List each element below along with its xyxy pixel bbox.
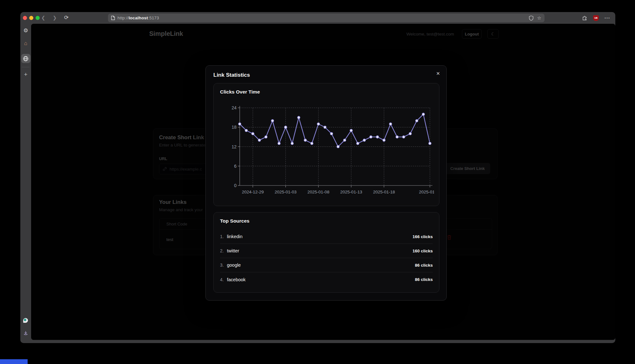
sources-list: 1.linkedin 166 clicks 2.twitter 160 clic…	[220, 230, 433, 287]
page-icon	[111, 16, 115, 20]
new-tab-plus-icon[interactable]: +	[20, 71, 31, 78]
source-name: facebook	[227, 277, 246, 282]
minimize-window-button[interactable]	[29, 16, 33, 20]
svg-text:2025-01-08: 2025-01-08	[307, 190, 329, 194]
sidebar-divider	[22, 67, 30, 67]
desktop-dock-fragment	[0, 359, 28, 364]
home-icon[interactable]: ⌂	[20, 40, 31, 47]
zoom-window-button[interactable]	[36, 16, 40, 20]
address-bar[interactable]: http://localhost:5173 ☆	[108, 14, 545, 22]
clicks-line-chart: 061218242024-12-292025-01-032025-01-0820…	[218, 99, 434, 200]
svg-text:2025-01-03: 2025-01-03	[275, 190, 297, 194]
svg-text:2025-01-13: 2025-01-13	[340, 190, 362, 194]
forward-button[interactable]: ❯	[53, 15, 57, 21]
reload-button[interactable]: ⟳	[64, 14, 69, 21]
settings-gear-icon[interactable]: ⚙	[20, 27, 31, 34]
web-page: SimpleLink Welcome, test@test.com Logout…	[31, 24, 615, 340]
source-clicks: 166 clicks	[412, 234, 433, 239]
close-icon[interactable]: ✕	[436, 71, 440, 76]
globe-tab-icon[interactable]	[20, 56, 31, 63]
back-button[interactable]: ❮	[41, 15, 45, 21]
svg-text:0: 0	[234, 183, 237, 188]
source-row-google: 3.google 86 clicks	[220, 258, 433, 272]
source-name: google	[227, 263, 241, 268]
source-clicks: 160 clicks	[412, 249, 433, 253]
svg-text:24: 24	[231, 105, 237, 110]
link-statistics-modal: Link Statistics ✕ Clicks Over Time 06121…	[205, 65, 447, 301]
browser-menu-icon[interactable]: ···	[605, 15, 610, 21]
source-rank: 3.	[220, 263, 224, 268]
browser-window: ❮ ❯ ⟳ http://localhost:5173 ☆ UB ···	[20, 12, 615, 343]
browser-titlebar: ❮ ❯ ⟳ http://localhost:5173 ☆ UB ···	[20, 12, 615, 24]
source-row-linkedin: 1.linkedin 166 clicks	[220, 230, 433, 244]
source-clicks: 86 clicks	[415, 263, 433, 268]
chart-title: Clicks Over Time	[220, 89, 260, 95]
svg-text:2025-01-18: 2025-01-18	[373, 190, 395, 194]
downloads-icon[interactable]	[20, 331, 31, 337]
profile-icon[interactable]	[23, 318, 28, 323]
clicks-over-time-card: Clicks Over Time 061218242024-12-292025-…	[213, 83, 439, 206]
source-name: linkedin	[227, 234, 243, 239]
extensions-icon[interactable]	[582, 15, 587, 21]
ublock-extension-badge[interactable]: UB	[593, 15, 599, 21]
source-row-twitter: 2.twitter 160 clicks	[220, 244, 433, 258]
source-clicks: 86 clicks	[415, 277, 433, 282]
globe-icon	[23, 56, 29, 62]
url-text: http://localhost:5173	[117, 16, 159, 20]
source-rank: 2.	[220, 248, 224, 253]
source-rank: 1.	[220, 234, 224, 239]
close-window-button[interactable]	[23, 16, 27, 20]
svg-text:2025-01-25: 2025-01-25	[419, 190, 434, 194]
bookmark-star-icon[interactable]: ☆	[537, 16, 541, 20]
source-name: twitter	[227, 248, 239, 253]
svg-text:2024-12-29: 2024-12-29	[242, 190, 264, 194]
modal-title: Link Statistics	[213, 72, 250, 78]
source-row-facebook: 4.facebook 86 clicks	[220, 272, 433, 287]
svg-text:12: 12	[231, 144, 237, 149]
sources-title: Top Sources	[220, 218, 250, 224]
top-sources-card: Top Sources 1.linkedin 166 clicks 2.twit…	[213, 212, 439, 293]
source-rank: 4.	[220, 277, 224, 282]
shield-icon[interactable]	[529, 16, 533, 21]
svg-text:6: 6	[234, 164, 237, 169]
svg-text:18: 18	[231, 125, 237, 130]
